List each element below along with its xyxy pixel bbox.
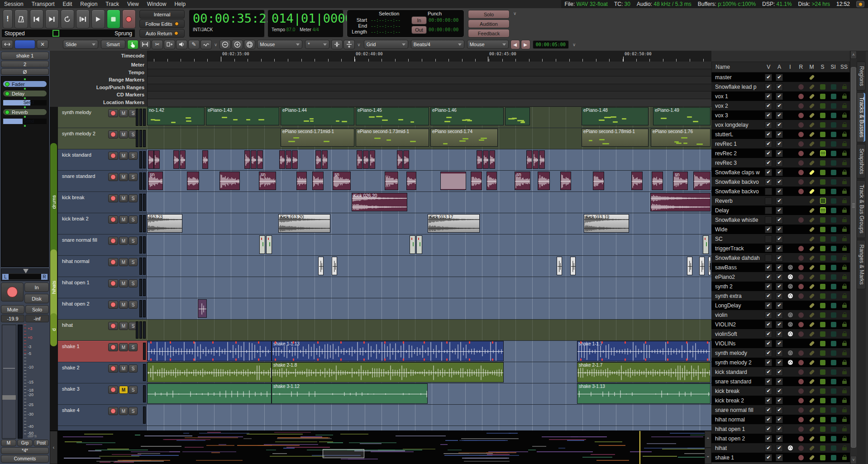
audio-region[interactable] bbox=[650, 193, 711, 211]
track-mute-button[interactable]: M bbox=[119, 279, 128, 287]
visible-checkbox[interactable]: ✔ bbox=[763, 102, 774, 110]
metering-button[interactable]: M bbox=[1, 440, 16, 446]
audio-region[interactable] bbox=[251, 150, 257, 169]
audio-region[interactable]: ePiano second-1.73mid-1 bbox=[356, 129, 429, 147]
group-tab-d[interactable]: d bbox=[50, 313, 57, 346]
track-header[interactable]: shake 3MS bbox=[58, 383, 147, 405]
strip-color-button[interactable] bbox=[14, 40, 35, 49]
visible-checkbox[interactable]: ✔ bbox=[763, 378, 774, 385]
audio-region[interactable] bbox=[703, 235, 709, 254]
audio-region[interactable] bbox=[173, 150, 179, 169]
panel-row-SC[interactable]: SC✔ bbox=[711, 234, 850, 244]
processor-send[interactable]: Send bbox=[3, 119, 47, 124]
gain-display[interactable]: -19.9 bbox=[1, 315, 24, 322]
track-content[interactable] bbox=[147, 426, 711, 431]
panel-row-Snowflake-claps-w[interactable]: Snowflake claps w✔✔ bbox=[711, 167, 850, 177]
audio-region[interactable] bbox=[483, 150, 489, 169]
summary-canvas[interactable] bbox=[57, 431, 705, 464]
track-solo-button[interactable]: S bbox=[129, 152, 138, 160]
track-record-button[interactable] bbox=[108, 301, 118, 309]
track-mute-button[interactable]: M bbox=[119, 258, 128, 266]
active-checkbox[interactable]: ✔ bbox=[774, 131, 785, 138]
panel-row-synth-2[interactable]: synth 2✔✔ bbox=[711, 282, 850, 291]
ruler-band-tempo[interactable] bbox=[148, 69, 711, 77]
feedback-button[interactable]: Feedback bbox=[468, 29, 510, 38]
visible-checkbox[interactable]: ✔ bbox=[763, 445, 774, 452]
ruler-canvas[interactable]: 00:02:35:0000:02:40:0000:02:45:0000:02:5… bbox=[148, 51, 711, 107]
track-solo-button[interactable]: S bbox=[129, 386, 138, 394]
active-checkbox[interactable]: ✔ bbox=[774, 169, 785, 176]
audio-region[interactable]: ePiano-1.45 bbox=[356, 107, 429, 125]
track-content[interactable]: shake 3-1.12shake 3-1.13 bbox=[147, 383, 711, 405]
zoom-in-button[interactable] bbox=[232, 40, 243, 49]
audio-region[interactable]: ePiano-1.43 bbox=[206, 107, 279, 125]
audio-region[interactable]: ePiano-1.46 bbox=[430, 107, 504, 125]
panel-row-revRec-3[interactable]: revRec 3✔✔ bbox=[711, 158, 850, 167]
panel-row-VIOLINs[interactable]: VIOLINs✔✔ bbox=[711, 339, 850, 348]
visible-checkbox[interactable]: ✔ bbox=[763, 292, 774, 300]
track-content[interactable] bbox=[147, 277, 711, 298]
visible-checkbox[interactable] bbox=[763, 235, 774, 243]
audio-region[interactable] bbox=[693, 172, 711, 190]
track-content[interactable] bbox=[147, 234, 711, 256]
track-content[interactable] bbox=[147, 256, 711, 277]
audio-region[interactable] bbox=[471, 172, 482, 190]
scroll-up-icon[interactable]: ˄ bbox=[850, 51, 857, 59]
ruler-label-cd-markers[interactable]: CD Markers bbox=[50, 91, 147, 99]
sync-source-button[interactable]: Internal bbox=[139, 10, 185, 19]
audio-region[interactable] bbox=[187, 172, 199, 190]
strip-close-button[interactable]: ✕ bbox=[37, 40, 48, 49]
side-tab-tracks-busses[interactable]: Tracks & Busses bbox=[857, 92, 866, 142]
active-checkbox[interactable]: ✔ bbox=[774, 340, 785, 347]
audio-region[interactable] bbox=[147, 341, 272, 361]
follow-edits-button[interactable]: Follow Edits bbox=[139, 19, 185, 28]
active-checkbox[interactable]: ✔ bbox=[774, 74, 785, 81]
ruler-band-location-markers[interactable] bbox=[148, 99, 711, 107]
goto-start-button[interactable] bbox=[30, 10, 43, 29]
track-header[interactable]: shake 2MS bbox=[58, 362, 147, 383]
group-tab-drums[interactable]: drums bbox=[50, 143, 57, 261]
grab-tool[interactable] bbox=[127, 40, 138, 49]
visible-checkbox[interactable]: ✔ bbox=[763, 159, 774, 167]
zoom-focus-dropdown[interactable]: Mouse bbox=[257, 40, 302, 49]
insert-point-icon[interactable] bbox=[24, 88, 26, 90]
track-header[interactable]: hihatMS bbox=[58, 320, 147, 341]
track-content[interactable] bbox=[147, 149, 711, 171]
track-mute-button[interactable]: M bbox=[119, 343, 128, 351]
visible-checkbox[interactable]: ✔ bbox=[763, 349, 774, 357]
active-checkbox[interactable]: ✔ bbox=[774, 188, 785, 195]
visible-checkbox[interactable]: ✔ bbox=[763, 264, 774, 271]
track-content[interactable]: snsnsnsnsn bbox=[147, 171, 711, 192]
active-checkbox[interactable]: ✔ bbox=[774, 292, 785, 300]
strip-resize-button[interactable] bbox=[1, 40, 13, 49]
panel-row-snare-normal-fill[interactable]: snare normal fill✔✔ bbox=[711, 405, 850, 415]
gain-fader[interactable] bbox=[2, 325, 16, 439]
ruler-label-meter[interactable]: Meter bbox=[50, 62, 147, 69]
audio-region[interactable]: sn bbox=[333, 172, 351, 190]
ruler-band-cd-markers[interactable] bbox=[148, 91, 711, 99]
active-checkbox[interactable]: ✔ bbox=[774, 454, 785, 461]
draw-tool[interactable]: ✎ bbox=[188, 40, 200, 49]
track-solo-button[interactable]: S bbox=[129, 407, 138, 415]
panel-scrollbar[interactable]: ˄ ˅ bbox=[850, 51, 857, 464]
active-checkbox[interactable]: ✔ bbox=[774, 397, 785, 404]
visible-checkbox[interactable] bbox=[763, 188, 774, 195]
panel-row-Snowflake-backvo[interactable]: Snowflake backvo✔ bbox=[711, 187, 850, 196]
visible-checkbox[interactable]: ✔ bbox=[763, 454, 774, 461]
audio-region[interactable]: ePiano second-1.76 bbox=[651, 129, 711, 147]
metronome-button[interactable] bbox=[14, 10, 28, 29]
audio-region[interactable] bbox=[593, 172, 604, 190]
audio-region[interactable] bbox=[147, 362, 272, 383]
panel-row-Snowflake-dahdah[interactable]: Snowflake dahdah✔ bbox=[711, 253, 850, 263]
processor-delay[interactable]: Delay bbox=[3, 91, 47, 96]
audio-region[interactable] bbox=[198, 299, 207, 318]
scrollbar-thumb[interactable] bbox=[851, 67, 856, 448]
visible-checkbox[interactable]: ✔ bbox=[763, 368, 774, 376]
ruler-label-tempo[interactable]: Tempo bbox=[50, 69, 147, 77]
strip-name-button[interactable]: shake 1 bbox=[1, 52, 49, 60]
toolbar-more-icon[interactable]: ∨ bbox=[572, 42, 576, 47]
active-checkbox[interactable]: ✔ bbox=[774, 207, 785, 214]
track-record-button[interactable] bbox=[108, 215, 118, 224]
track-record-button[interactable] bbox=[108, 130, 118, 139]
cut-tool[interactable]: ✂ bbox=[152, 40, 163, 49]
